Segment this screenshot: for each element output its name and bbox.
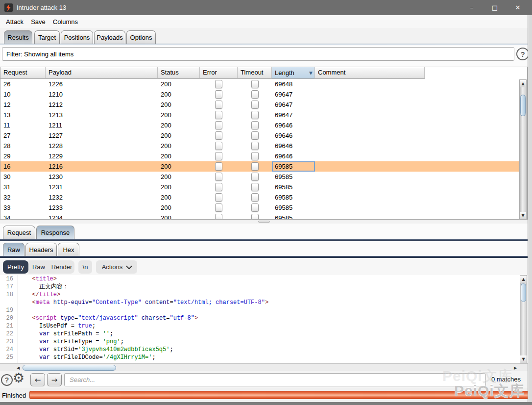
minimize-button[interactable]: – xyxy=(461,0,483,15)
table-row[interactable]: 27122720069646 xyxy=(0,130,519,141)
column-header-payload[interactable]: Payload xyxy=(46,67,158,79)
table-row[interactable]: 13121320069647 xyxy=(0,110,519,120)
code-line: 19 xyxy=(0,306,528,314)
error-checkbox[interactable] xyxy=(215,152,222,160)
error-checkbox[interactable] xyxy=(215,193,222,202)
tab-positions[interactable]: Positions xyxy=(61,30,93,44)
table-row[interactable]: 32123220069585 xyxy=(0,192,519,202)
error-checkbox[interactable] xyxy=(215,183,222,191)
timeout-checkbox[interactable] xyxy=(251,131,259,140)
tab-raw[interactable]: Raw xyxy=(3,243,24,256)
table-row[interactable]: 31123120069585 xyxy=(0,182,519,192)
timeout-checkbox[interactable] xyxy=(251,162,259,171)
tab-hex[interactable]: Hex xyxy=(58,243,79,256)
render-button[interactable]: Render xyxy=(49,260,74,274)
scroll-down-icon[interactable]: ▼ xyxy=(520,355,527,363)
cell-length: 69585 xyxy=(272,202,315,213)
column-header-error[interactable]: Error xyxy=(200,67,238,79)
error-checkbox[interactable] xyxy=(215,131,222,140)
cell-comment xyxy=(315,89,425,100)
column-header-length[interactable]: Length ▼ xyxy=(272,67,315,79)
gear-icon[interactable]: ⚙ xyxy=(13,370,24,385)
table-row[interactable]: 11121120069646 xyxy=(0,120,519,130)
column-header-status[interactable]: Status xyxy=(158,67,200,79)
error-checkbox[interactable] xyxy=(215,142,222,150)
column-header-timeout[interactable]: Timeout xyxy=(238,67,272,79)
timeout-checkbox[interactable] xyxy=(251,152,259,160)
cell-error xyxy=(200,151,238,161)
burp-icon xyxy=(4,3,13,12)
scroll-up-icon[interactable]: ▲ xyxy=(520,80,526,87)
splitter-grip[interactable] xyxy=(258,221,270,223)
table-vertical-scrollbar[interactable]: ▲ ▼ xyxy=(519,79,527,220)
line-number: 24 xyxy=(0,346,18,354)
cell-comment xyxy=(315,110,425,120)
error-checkbox[interactable] xyxy=(215,162,222,171)
error-checkbox[interactable] xyxy=(215,121,222,129)
tab-response[interactable]: Response xyxy=(36,226,74,239)
table-row[interactable]: 28122820069646 xyxy=(0,141,519,151)
tab-request[interactable]: Request xyxy=(3,226,35,239)
error-checkbox[interactable] xyxy=(215,111,222,119)
table-row[interactable]: 30123020069585 xyxy=(0,172,519,182)
error-checkbox[interactable] xyxy=(215,80,222,88)
timeout-checkbox[interactable] xyxy=(251,193,259,202)
table-row[interactable]: 29122920069646 xyxy=(0,151,519,161)
timeout-checkbox[interactable] xyxy=(251,80,259,88)
next-match-button[interactable]: → xyxy=(47,373,62,386)
cell-payload: 1227 xyxy=(46,130,158,141)
timeout-checkbox[interactable] xyxy=(251,173,259,181)
scroll-up-icon[interactable]: ▲ xyxy=(520,276,527,283)
tab-target[interactable]: Target xyxy=(34,30,60,44)
table-row[interactable]: 26122620069648 xyxy=(0,79,519,89)
table-row[interactable]: 16121620069585 xyxy=(0,161,519,172)
error-checkbox[interactable] xyxy=(215,203,222,212)
table-row[interactable]: 33123320069585 xyxy=(0,202,519,213)
scroll-down-icon[interactable]: ▼ xyxy=(520,212,526,219)
error-checkbox[interactable] xyxy=(215,214,222,219)
raw-button[interactable]: Raw xyxy=(28,260,49,274)
menu-attack[interactable]: Attack xyxy=(4,17,25,26)
code-hscrollbar-thumb[interactable] xyxy=(23,365,116,371)
timeout-checkbox[interactable] xyxy=(251,203,259,212)
search-input[interactable] xyxy=(64,373,486,386)
table-row[interactable]: 34123420069585 xyxy=(0,213,519,219)
tab-headers[interactable]: Headers xyxy=(25,243,57,256)
help-icon[interactable]: ? xyxy=(1,374,13,386)
actions-button[interactable]: Actions xyxy=(96,260,137,274)
menu-save[interactable]: Save xyxy=(29,17,47,26)
table-row[interactable]: 10121020069647 xyxy=(0,89,519,100)
timeout-checkbox[interactable] xyxy=(251,121,259,129)
scroll-right-icon[interactable]: ▶ xyxy=(512,364,519,371)
maximize-button[interactable]: □ xyxy=(484,0,506,15)
timeout-checkbox[interactable] xyxy=(251,101,259,109)
column-header-request[interactable]: Request xyxy=(0,67,46,79)
tab-options[interactable]: Options xyxy=(126,30,156,44)
cell-error xyxy=(200,120,238,130)
code-vertical-scrollbar[interactable]: ▲ ▼ xyxy=(520,275,527,363)
error-checkbox[interactable] xyxy=(215,173,222,181)
tab-payloads[interactable]: Payloads xyxy=(94,30,125,44)
tab-results[interactable]: Results xyxy=(4,30,32,44)
timeout-checkbox[interactable] xyxy=(251,214,259,219)
timeout-checkbox[interactable] xyxy=(251,183,259,191)
timeout-checkbox[interactable] xyxy=(251,142,259,150)
close-button[interactable]: ✕ xyxy=(507,0,529,15)
timeout-checkbox[interactable] xyxy=(251,90,259,99)
code-scrollbar-thumb[interactable] xyxy=(521,283,526,302)
splitter[interactable] xyxy=(0,220,528,224)
newline-toggle-button[interactable]: \n xyxy=(78,260,92,274)
column-header-comment[interactable]: Comment xyxy=(315,67,425,79)
pretty-button[interactable]: Pretty xyxy=(3,260,28,274)
table-row[interactable]: 12121220069647 xyxy=(0,100,519,110)
error-checkbox[interactable] xyxy=(215,90,222,99)
cell-request: 12 xyxy=(0,100,46,110)
response-code-view[interactable]: 16 <title>17 正文内容：18 </title> <meta http… xyxy=(0,275,528,363)
table-scrollbar-thumb[interactable] xyxy=(520,95,526,116)
previous-match-button[interactable]: ← xyxy=(30,373,45,386)
menu-columns[interactable]: Columns xyxy=(51,17,79,26)
timeout-checkbox[interactable] xyxy=(251,111,259,119)
filter-bar[interactable]: Filter: Showing all items xyxy=(2,47,514,61)
error-checkbox[interactable] xyxy=(215,101,222,109)
cell-request: 31 xyxy=(0,182,46,192)
